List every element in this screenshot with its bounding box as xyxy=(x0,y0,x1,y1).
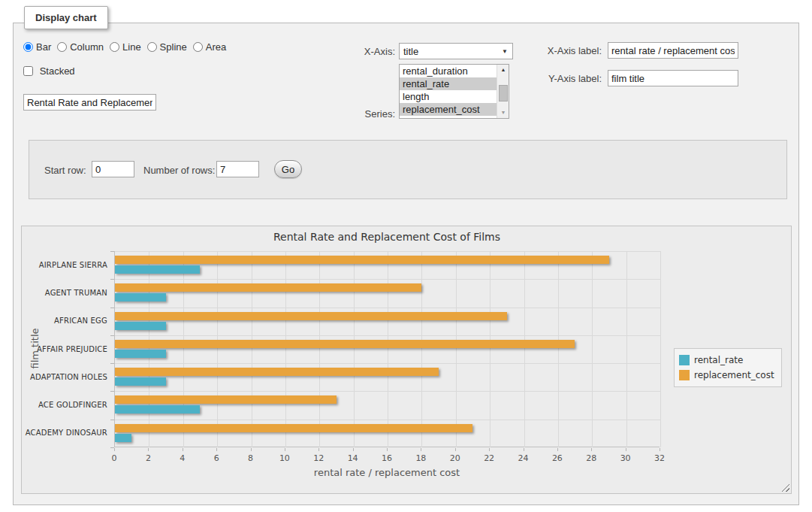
x-tick-mark xyxy=(489,448,490,451)
dropdown-arrow-icon: ▼ xyxy=(502,48,508,55)
y-tick-mark xyxy=(110,308,114,308)
x-tick-mark xyxy=(183,448,183,451)
y-gridline xyxy=(115,391,660,392)
rental_rate-bar[interactable] xyxy=(115,322,166,330)
x-axis-label-input[interactable] xyxy=(608,42,738,59)
chart-type-radio-bar[interactable] xyxy=(23,42,33,52)
number-of-rows-label: Number of rows: xyxy=(143,165,215,176)
chart-type-label: Line xyxy=(122,41,141,53)
replacement_cost-bar[interactable] xyxy=(115,283,421,292)
plot-area xyxy=(114,251,660,447)
rental_rate-bar[interactable] xyxy=(115,265,200,274)
x-tick-mark xyxy=(353,448,354,451)
x-gridline xyxy=(456,251,457,447)
scrollbar-thumb[interactable] xyxy=(499,85,508,101)
series-option-rental_duration[interactable]: rental_duration xyxy=(400,65,509,77)
category-label: ACADEMY DINOSAUR xyxy=(22,429,107,437)
x-gridline xyxy=(558,251,559,447)
chart-type-radio-line[interactable] xyxy=(110,42,119,52)
x-tick-mark xyxy=(285,448,285,451)
x-axis-selected-value: title xyxy=(403,46,418,57)
chart-type-radio-column[interactable] xyxy=(57,42,67,52)
chart-legend: rental_ratereplacement_cost xyxy=(674,348,782,387)
chart-type-label: Bar xyxy=(36,41,51,53)
chart-type-option-spline: Spline xyxy=(147,41,187,53)
x-gridline xyxy=(626,251,627,447)
start-row-input[interactable] xyxy=(92,161,134,177)
chart-type-option-area: Area xyxy=(193,41,226,53)
chart-type-label: Area xyxy=(206,41,226,53)
replacement_cost-bar[interactable] xyxy=(115,424,472,432)
replacement_cost-bar[interactable] xyxy=(115,256,609,264)
y-tick-mark xyxy=(110,420,114,420)
category-label: AGENT TRUMAN xyxy=(22,289,107,297)
y-gridline xyxy=(115,363,660,364)
rental_rate-bar[interactable] xyxy=(115,293,166,301)
y-tick-mark xyxy=(110,251,114,252)
series-option-length[interactable]: length xyxy=(400,90,509,103)
legend-label: rental_rate xyxy=(694,355,743,365)
legend-item-rental_rate[interactable]: rental_rate xyxy=(679,353,774,368)
chart-type-radio-area[interactable] xyxy=(193,42,203,52)
chart-title: Rental Rate and Replacement Cost of Film… xyxy=(114,231,660,243)
y-gridline xyxy=(115,335,660,336)
chart-title-input[interactable] xyxy=(23,94,156,111)
chart-type-option-bar: Bar xyxy=(23,41,51,53)
legend-item-replacement_cost[interactable]: replacement_cost xyxy=(679,368,774,383)
listbox-scrollbar[interactable]: ▲ ▼ xyxy=(497,65,509,118)
x-tick-label: 16 xyxy=(372,453,402,463)
y-tick-mark xyxy=(110,279,114,280)
chart-type-radio-spline[interactable] xyxy=(147,42,157,52)
x-tick-label: 18 xyxy=(406,453,436,463)
go-button[interactable]: Go xyxy=(274,160,302,178)
replacement_cost-bar[interactable] xyxy=(115,340,575,348)
series-option-replacement_cost[interactable]: replacement_cost xyxy=(400,103,509,116)
x-tick-label: 22 xyxy=(474,453,504,463)
stacked-row: Stacked xyxy=(23,65,75,77)
replacement_cost-bar[interactable] xyxy=(115,395,337,404)
chart-container: Rental Rate and Replacement Cost of Film… xyxy=(21,226,792,494)
x-tick-label: 20 xyxy=(440,453,470,463)
x-tick-mark xyxy=(318,448,319,451)
rental_rate-bar[interactable] xyxy=(115,350,166,358)
resize-grip-icon[interactable] xyxy=(781,483,789,492)
y-gridline xyxy=(115,420,660,420)
x-gridline xyxy=(421,251,422,447)
rental_rate-bar[interactable] xyxy=(115,434,131,442)
y-gridline xyxy=(115,308,660,308)
series-listbox[interactable]: rental_durationrental_ratelengthreplacem… xyxy=(399,64,509,119)
category-label: ADAPTATION HOLES xyxy=(22,373,107,381)
x-gridline xyxy=(285,251,286,447)
number-of-rows-input[interactable] xyxy=(216,161,259,177)
category-label: AFFAIR PREJUDICE xyxy=(22,345,107,353)
series-options: rental_durationrental_ratelengthreplacem… xyxy=(400,65,509,116)
series-option-rental_rate[interactable]: rental_rate xyxy=(400,77,509,90)
fieldset-legend: Display chart xyxy=(24,6,108,29)
x-tick-label: 30 xyxy=(611,453,641,463)
y-tick-mark xyxy=(110,391,114,392)
y-tick-mark xyxy=(110,447,114,448)
x-tick-label: 6 xyxy=(201,453,231,463)
replacement_cost-bar[interactable] xyxy=(115,368,439,376)
chart-x-axis-title: rental rate / replacement cost xyxy=(114,467,660,478)
rental_rate-bar[interactable] xyxy=(115,405,200,414)
stacked-checkbox[interactable] xyxy=(23,66,33,76)
row-range-panel: Start row: Number of rows: Go xyxy=(29,140,787,199)
category-label: AFRICAN EGG xyxy=(22,317,107,325)
x-tick-label: 10 xyxy=(270,453,300,463)
x-axis-select[interactable]: title ▼ xyxy=(399,43,513,59)
rental_rate-bar[interactable] xyxy=(115,377,166,386)
x-tick-mark xyxy=(421,448,421,451)
chart-type-label: Spline xyxy=(160,41,187,53)
x-tick-label: 24 xyxy=(509,453,539,463)
x-gridline xyxy=(592,251,593,447)
x-gridline xyxy=(388,251,388,447)
replacement_cost-bar[interactable] xyxy=(115,312,507,320)
scroll-up-arrow-icon[interactable]: ▲ xyxy=(497,65,509,75)
chart-type-option-column: Column xyxy=(57,41,104,53)
y-axis-label-input[interactable] xyxy=(608,70,738,86)
y-gridline xyxy=(115,279,660,280)
x-tick-mark xyxy=(148,448,149,451)
scroll-down-arrow-icon[interactable]: ▼ xyxy=(497,108,509,118)
x-tick-label: 2 xyxy=(133,453,163,463)
